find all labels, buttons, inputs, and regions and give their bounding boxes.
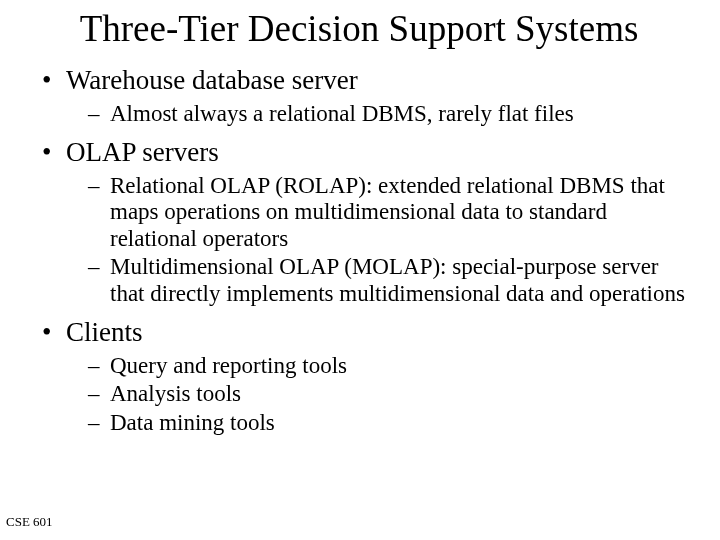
bullet-item: Clients Query and reporting tools Analys… — [46, 317, 698, 436]
bullet-list: Warehouse database server Almost always … — [20, 65, 698, 437]
bullet-item: OLAP servers Relational OLAP (ROLAP): ex… — [46, 137, 698, 307]
slide: Three-Tier Decision Support Systems Ware… — [0, 0, 720, 540]
bullet-text: OLAP servers — [66, 137, 219, 167]
bullet-text: Clients — [66, 317, 143, 347]
sub-bullet-item: Analysis tools — [94, 381, 698, 407]
sub-bullet-item: Almost always a relational DBMS, rarely … — [94, 101, 698, 127]
sub-bullet-list: Almost always a relational DBMS, rarely … — [66, 101, 698, 127]
sub-bullet-list: Relational OLAP (ROLAP): extended relati… — [66, 173, 698, 307]
sub-bullet-item: Data mining tools — [94, 410, 698, 436]
sub-bullet-item: Multidimensional OLAP (MOLAP): special-p… — [94, 254, 698, 307]
bullet-text: Warehouse database server — [66, 65, 358, 95]
bullet-item: Warehouse database server Almost always … — [46, 65, 698, 127]
sub-bullet-list: Query and reporting tools Analysis tools… — [66, 353, 698, 436]
slide-title: Three-Tier Decision Support Systems — [20, 10, 698, 49]
sub-bullet-item: Query and reporting tools — [94, 353, 698, 379]
slide-footer: CSE 601 — [6, 514, 53, 530]
sub-bullet-item: Relational OLAP (ROLAP): extended relati… — [94, 173, 698, 252]
